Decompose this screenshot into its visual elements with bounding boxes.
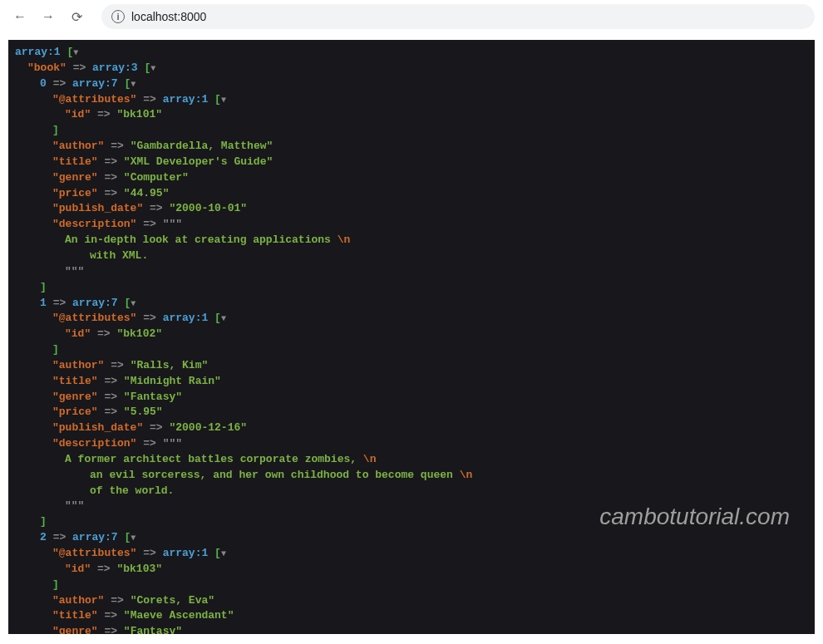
browser-toolbar: ← → ⟳ i localhost:8000	[0, 0, 823, 33]
arrow-right-icon: →	[42, 9, 55, 24]
dump-root-type[interactable]: array:1	[15, 46, 61, 58]
chevron-down-icon[interactable]: ▼	[131, 299, 136, 308]
chevron-down-icon[interactable]: ▼	[221, 96, 226, 105]
reload-button[interactable]: ⟳	[65, 5, 88, 28]
address-bar[interactable]: i localhost:8000	[101, 4, 815, 29]
page-content: array:1 [▼ "book" => array:3 [▼ 0 => arr…	[8, 40, 815, 634]
chevron-down-icon[interactable]: ▼	[131, 533, 136, 543]
back-button[interactable]: ←	[8, 5, 32, 28]
arrow-left-icon: ←	[13, 9, 27, 24]
chevron-down-icon[interactable]: ▼	[73, 48, 78, 57]
info-icon: i	[111, 10, 125, 23]
reload-icon: ⟳	[71, 9, 82, 25]
chevron-down-icon[interactable]: ▼	[221, 549, 226, 558]
chevron-down-icon[interactable]: ▼	[131, 80, 136, 89]
chevron-down-icon[interactable]: ▼	[150, 64, 155, 73]
forward-button[interactable]: →	[37, 5, 60, 28]
url-text: localhost:8000	[131, 10, 206, 23]
chevron-down-icon[interactable]: ▼	[221, 314, 226, 323]
